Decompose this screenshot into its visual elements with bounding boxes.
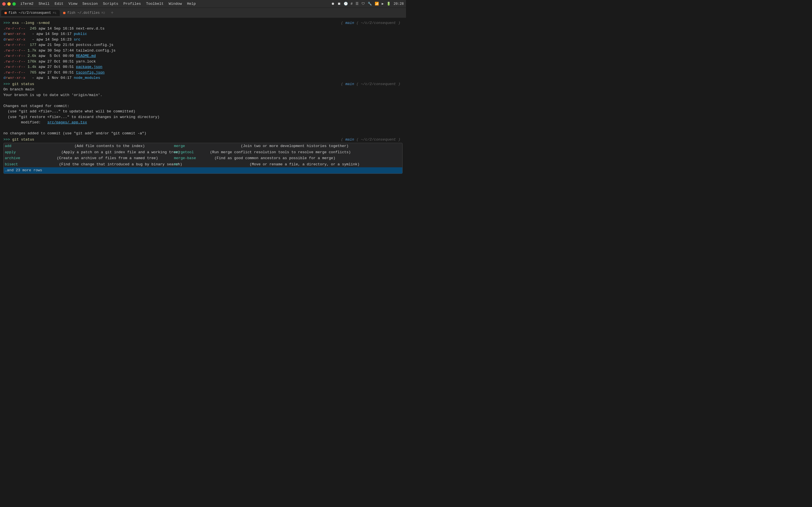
git-out-2 xyxy=(3,98,403,103)
system-time: 20:28 xyxy=(394,2,404,6)
file-row-7: .rw-r--r-- 1.4k apw 27 Oct 00:51 package… xyxy=(3,64,403,70)
menubar: iTerm2 Shell Edit View Session Scripts P… xyxy=(18,1,331,6)
file-row-4: .rw-r--r-- 1.7k apw 30 Sep 17:44 tailwin… xyxy=(3,48,403,54)
ac-cmd-apply: apply xyxy=(5,150,42,155)
ac-desc-apply: (Apply a patch on a git index file and a… xyxy=(42,150,168,155)
menu-profiles[interactable]: Profiles xyxy=(121,1,143,6)
ac-cmd-merge: merge xyxy=(174,144,208,149)
exa-command-row: >>> exa --long -s=mod ( main ( ~/c/2/con… xyxy=(3,20,403,26)
tab-2-shortcut: ⌘2 xyxy=(101,11,105,15)
git-status-output: On branch main Your branch is up to date… xyxy=(3,87,403,136)
system-icon-stop: ⏹ xyxy=(338,2,341,6)
autocomplete-more-row[interactable]: …and 23 more rows xyxy=(4,167,402,173)
file-row-3: .rw-r--r-- 177 apw 21 Sep 21:54 postcss.… xyxy=(3,42,403,48)
autocomplete-row-apply[interactable]: apply (Apply a patch on a git index file… xyxy=(4,149,402,156)
ac-cmd-add: add xyxy=(5,144,42,149)
ac-cmd-bisect: bisect xyxy=(5,162,42,167)
ac-cmd-mergetool: mergetool xyxy=(174,150,208,155)
menu-session[interactable]: Session xyxy=(80,1,100,6)
ac-cmd-mv: mv xyxy=(174,162,208,167)
terminal[interactable]: >>> exa --long -s=mod ( main ( ~/c/2/con… xyxy=(0,18,406,253)
menu-edit[interactable]: Edit xyxy=(52,1,66,6)
system-icon-list: ☰ xyxy=(356,2,359,6)
git-out-4: (use "git add <file>..." to update what … xyxy=(3,109,403,114)
menu-view[interactable]: View xyxy=(66,1,80,6)
file-row-1: drwxr-xr-x - apw 14 Sep 16:17 public xyxy=(3,31,403,37)
close-button[interactable] xyxy=(2,2,6,6)
new-tab-button[interactable]: + xyxy=(109,9,116,17)
ac-cmd-merge-base: merge-base xyxy=(174,156,208,161)
git-out-7 xyxy=(3,125,403,131)
tab-2[interactable]: fish ~/.dotfiles ⌘2 xyxy=(60,10,108,16)
system-icon-record: ⏺ xyxy=(331,2,335,6)
git-out-0: On branch main xyxy=(3,87,403,93)
tab-indicator-1 xyxy=(4,12,7,14)
menu-window[interactable]: Window xyxy=(166,1,184,6)
exa-command-line: >>> exa --long -s=mod xyxy=(3,20,50,26)
branch-indicator-1: ( main ( ~/c/2/consequent ) xyxy=(341,20,400,26)
branch-indicator-2: ( main ( ~/c/2/consequent ) xyxy=(341,81,400,87)
ac-cmd-archive: archive xyxy=(5,156,42,161)
autocomplete-row-archive[interactable]: archive (Create an archive of files from… xyxy=(4,155,402,161)
tab-indicator-2 xyxy=(63,12,65,14)
system-icon-wifi: 📶 xyxy=(375,2,379,6)
tabbar: fish ~/c/2/consequent ⌘1 fish ~/.dotfile… xyxy=(0,8,406,18)
system-icon-clock: 🕐 xyxy=(344,2,348,6)
ac-desc-merge-base: (Find as good common ancestors as possib… xyxy=(208,156,335,161)
menu-toolbelt[interactable]: Toolbelt xyxy=(144,1,166,6)
git-out-6: modified: src/pages/_app.tsx xyxy=(3,120,403,125)
file-listing: .rw-r--r-- 245 apw 14 Sep 16:16 next-env… xyxy=(3,26,403,81)
menu-shell[interactable]: Shell xyxy=(36,1,52,6)
menu-iterm2[interactable]: iTerm2 xyxy=(18,1,36,6)
autocomplete-more-text: …and 23 more rows xyxy=(5,168,42,173)
autocomplete-row-bisect[interactable]: bisect (Find the change that introduced … xyxy=(4,161,402,168)
file-row-0: .rw-r--r-- 245 apw 14 Sep 16:16 next-env… xyxy=(3,26,403,32)
ac-desc-mergetool: (Run merge conflict resolution tools to … xyxy=(208,150,351,155)
file-row-6: .rw-r--r-- 176k apw 27 Oct 00:51 yarn.lo… xyxy=(3,59,403,64)
git-status-cmd-2: >>> git status xyxy=(3,137,34,143)
system-icon-play: ▶ xyxy=(382,2,384,6)
traffic-lights xyxy=(2,2,16,6)
tab-1[interactable]: fish ~/c/2/consequent ⌘1 xyxy=(1,10,60,16)
git-out-5: (use "git restore <file>..." to discard … xyxy=(3,114,403,120)
system-icons: ⏺ ⏹ 🕐 # ☰ 🛡 🔧 📶 ▶ 🔋 20:28 xyxy=(331,2,404,6)
git-status-row-1: >>> git status ( main ( ~/c/2/consequent… xyxy=(3,81,403,87)
ac-desc-mv: (Move or rename a file, a directory, or … xyxy=(208,162,359,167)
git-out-1: Your branch is up to date with 'origin/m… xyxy=(3,93,403,98)
system-icon-shield: 🛡 xyxy=(361,2,365,6)
file-row-5: .rw-r--r-- 2.6k apw 5 Oct 00:09 README.m… xyxy=(3,53,403,59)
ac-desc-add: (Add file contents to the index) xyxy=(42,144,168,149)
system-icon-tool: 🔧 xyxy=(368,2,372,6)
ac-desc-merge: (Join two or more development histories … xyxy=(208,144,349,149)
tab-2-label: fish ~/.dotfiles xyxy=(67,11,100,15)
minimize-button[interactable] xyxy=(7,2,11,6)
menu-help[interactable]: Help xyxy=(185,1,198,6)
autocomplete-row-add[interactable]: add (Add file contents to the index) mer… xyxy=(4,143,402,149)
git-status-cmd-1: >>> git status xyxy=(3,81,34,87)
tab-1-label: fish ~/c/2/consequent xyxy=(8,11,51,15)
system-icon-battery: 🔋 xyxy=(387,2,391,6)
git-out-8: no changes added to commit (use "git add… xyxy=(3,131,403,136)
git-out-3: Changes not staged for commit: xyxy=(3,103,403,109)
ac-desc-bisect: (Find the change that introduced a bug b… xyxy=(42,162,168,167)
git-status-row-2: >>> git status ( main ( ~/c/2/consequent… xyxy=(3,137,403,143)
ac-desc-archive: (Create an archive of files from a named… xyxy=(42,156,168,161)
menu-scripts[interactable]: Scripts xyxy=(101,1,121,6)
file-row-9: drwxr-xr-x - apw 1 Nov 04:17 node_module… xyxy=(3,75,403,81)
system-icon-hash: # xyxy=(351,2,353,6)
branch-indicator-3: ( main ( ~/c/2/consequent ) xyxy=(341,137,400,143)
maximize-button[interactable] xyxy=(12,2,16,6)
titlebar: iTerm2 Shell Edit View Session Scripts P… xyxy=(0,0,406,8)
file-row-8: .rw-r--r-- 765 apw 27 Oct 00:51 tsconfig… xyxy=(3,70,403,75)
file-row-2: drwxr-xr-x - apw 14 Sep 16:23 src xyxy=(3,37,403,43)
autocomplete-popup[interactable]: add (Add file contents to the index) mer… xyxy=(3,143,403,174)
tab-1-shortcut: ⌘1 xyxy=(53,11,56,15)
